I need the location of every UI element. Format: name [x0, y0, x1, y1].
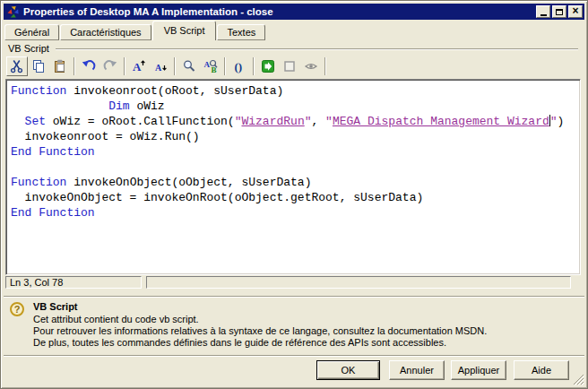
help-question-icon: ? [10, 302, 24, 316]
title-bar: Properties of Desktop MA A Implementatio… [4, 4, 584, 20]
editor-toolbar: A A A B [6, 56, 329, 77]
code-line: invokeOnObject = invokeOnRoot(oObject.ge… [11, 190, 575, 205]
tab-vb-script[interactable]: VB Script [152, 21, 217, 40]
code-line: Function invokeOnObject(oObject, sUserDa… [11, 175, 575, 190]
help-line: De plus, toutes les commandes définies d… [33, 337, 487, 349]
status-extra-panel [146, 276, 571, 289]
help-line: Cet attribut contient du code vb script. [33, 314, 487, 325]
window-title: Properties of Desktop MA A Implementatio… [23, 6, 534, 17]
toolbar-separator [174, 57, 176, 75]
maximize-button[interactable] [552, 5, 566, 18]
increase-font-icon: A [132, 59, 146, 73]
properties-dialog: Properties of Desktop MA A Implementatio… [0, 0, 588, 389]
undo-button[interactable] [78, 56, 99, 76]
code-line [11, 160, 575, 175]
redo-icon [103, 59, 117, 73]
decrease-font-button[interactable]: A [150, 56, 171, 76]
code-area: Function invokeonroot(oRoot, sUserData) … [11, 83, 575, 220]
cursor-position-status: Ln 3, Col 78 [5, 276, 142, 289]
code-line: Function invokeonroot(oRoot, sUserData) [11, 83, 575, 99]
minimize-icon [540, 14, 547, 16]
help-separator-line [4, 296, 584, 298]
apply-button[interactable]: Appliquer [451, 360, 506, 380]
preview-button[interactable] [300, 56, 322, 76]
copy-icon [31, 59, 46, 73]
attribute-help-panel: ? VB Script Cet attribut contient du cod… [8, 301, 578, 349]
svg-text:A: A [204, 60, 211, 69]
vbscript-code-editor[interactable]: Function invokeonroot(oRoot, sUserData) … [5, 79, 581, 275]
svg-text:(): () [235, 60, 243, 73]
code-line: invokeonroot = oWiz.Run() [11, 129, 575, 144]
group-label: VB Script [8, 43, 49, 54]
code-line: End Function [11, 205, 575, 220]
undo-icon [82, 59, 96, 73]
brackets-icon: () [232, 59, 246, 73]
toolbar-separator [253, 57, 255, 75]
replace-button[interactable]: A B [200, 56, 221, 76]
tab-textes[interactable]: Textes [217, 24, 265, 40]
group-separator-line [56, 48, 578, 50]
tab-strip: Général Caractéristiques VB Script Texte… [4, 21, 266, 40]
tab-caracteristiques[interactable]: Caractéristiques [60, 24, 151, 40]
copy-button[interactable] [28, 56, 49, 76]
vbscript-group-header: VB Script [8, 43, 578, 54]
code-line: Dim oWiz [11, 99, 575, 114]
frame-icon [282, 59, 297, 73]
buttons-separator-line [4, 355, 584, 357]
mega-app-icon [6, 5, 20, 19]
cut-icon [10, 59, 24, 73]
cut-button[interactable] [6, 56, 28, 76]
brackets-button[interactable]: () [229, 56, 250, 76]
find-button[interactable] [178, 56, 200, 76]
run-icon [261, 59, 275, 73]
redo-button[interactable] [99, 56, 121, 76]
paste-button[interactable] [49, 56, 71, 76]
find-icon [182, 59, 196, 73]
paste-icon [53, 59, 67, 73]
decrease-font-icon: A [153, 59, 168, 73]
tab-general[interactable]: Général [4, 24, 59, 40]
svg-text:A: A [133, 60, 142, 73]
close-button[interactable]: × [568, 5, 583, 18]
toolbar-separator [74, 57, 75, 75]
maximize-icon [556, 9, 563, 15]
eye-icon [304, 59, 318, 73]
help-text-block: VB Script Cet attribut contient du code … [33, 301, 487, 349]
cancel-button[interactable]: Annuler [389, 360, 445, 380]
help-line: Pour retrouver les informations relative… [33, 325, 487, 337]
ok-button[interactable]: OK [316, 360, 380, 380]
replace-icon: A B [203, 59, 218, 73]
toolbar-separator [324, 57, 326, 75]
help-title: VB Script [33, 301, 487, 312]
editor-status-bar: Ln 3, Col 78 [5, 276, 581, 289]
toolbar-separator [224, 57, 226, 75]
toolbar-separator [124, 57, 125, 75]
help-button[interactable]: Aide [514, 360, 569, 380]
close-icon: × [572, 5, 578, 16]
resize-grip[interactable] [573, 374, 584, 385]
run-script-button[interactable] [257, 56, 279, 76]
frame-button[interactable] [279, 56, 300, 76]
code-line: Set oWiz = oRoot.CallFunction("WizardRun… [11, 114, 575, 129]
minimize-button[interactable] [536, 5, 550, 18]
svg-text:A: A [155, 63, 162, 73]
code-line: End Function [11, 144, 575, 160]
increase-font-button[interactable]: A [128, 56, 150, 76]
